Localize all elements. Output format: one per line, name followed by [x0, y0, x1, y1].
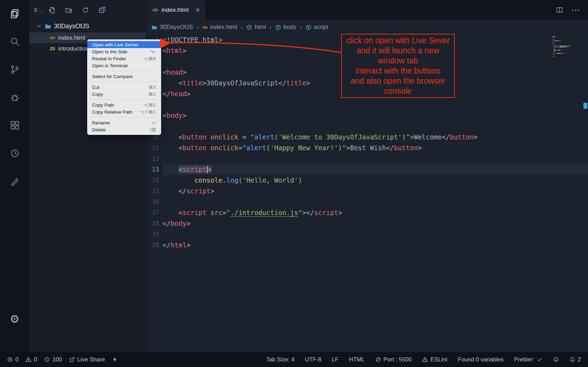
explorer-action-new-file[interactable] — [48, 6, 56, 14]
menu-item-open-to-the-side[interactable]: Open to the Side^↵ — [87, 48, 161, 55]
code-line-15[interactable]: 15 </script> — [146, 186, 588, 197]
folder-icon — [45, 23, 51, 30]
menu-item-cut[interactable]: Cut⌘X — [87, 84, 161, 91]
status-label: Prettier: — [514, 356, 534, 363]
code-line-9[interactable]: 9 — [146, 121, 588, 132]
pen-icon — [10, 176, 20, 186]
menu-item-select-for-compare[interactable]: Select for Compare — [87, 73, 161, 80]
menu-item-copy[interactable]: Copy⌘C — [87, 91, 161, 98]
status-live-server-port[interactable]: Port : 5500 — [375, 356, 412, 363]
status-tab-size[interactable]: Tab Size: 4 — [266, 356, 295, 363]
error-circle-icon — [7, 357, 13, 362]
code-line-17[interactable]: 17 <script src="./introduction.js"></scr… — [146, 207, 588, 218]
menu-item-copy-path[interactable]: Copy Path⌥⌘C — [87, 101, 161, 108]
explorer-title: E… — [34, 7, 43, 13]
status-eol[interactable]: LF — [332, 356, 338, 363]
status-warnings[interactable]: 0 — [25, 356, 37, 363]
activity-item-source-control[interactable] — [9, 63, 21, 75]
status-errors[interactable]: 0 — [7, 356, 18, 363]
activity-item-feedback[interactable] — [9, 175, 21, 187]
minimap-line — [552, 47, 582, 47]
breadcrumb-separator: › — [270, 23, 272, 31]
annotation-line: click on open with Live Sever — [346, 36, 450, 46]
code-line-8[interactable]: 8<body> — [146, 110, 588, 121]
search-icon — [10, 37, 20, 47]
status-left: 00100Live Share — [7, 356, 118, 363]
js-file-icon: JS — [50, 46, 55, 51]
smiley-icon — [553, 357, 559, 362]
code-line-7[interactable]: 7 — [146, 99, 588, 110]
code-line-10[interactable]: 10 <button onclick = "alert('Welcome to … — [146, 132, 588, 143]
menu-item-reveal-in-finder[interactable]: Reveal in Finder⌥⌘R — [87, 55, 161, 62]
menu-item-shortcut: ⌘X — [149, 85, 156, 90]
line-number: 15 — [146, 186, 159, 197]
activity-item-settings[interactable]: ⚙ — [9, 313, 21, 325]
breadcrumb-item-html[interactable]: html — [246, 24, 266, 31]
line-content: <button onclick="alert('Happy New Year!'… — [163, 143, 588, 153]
menu-item-open-in-terminal[interactable]: Open in Terminal — [87, 62, 161, 69]
code-line-18[interactable]: 18</body> — [146, 218, 588, 229]
code-line-20[interactable]: 20</html> — [146, 240, 588, 251]
status-encoding[interactable]: UTF-8 — [305, 356, 322, 363]
breadcrumb-item-body[interactable]: body — [275, 24, 296, 31]
status-eslint[interactable]: ESLint — [422, 356, 447, 363]
tab-label: index.html — [161, 7, 188, 14]
status-language-mode[interactable]: HTML — [349, 356, 365, 363]
html-file-icon: </> — [50, 36, 55, 40]
status-notifications[interactable]: 2 — [570, 356, 581, 363]
minimap-line — [552, 45, 582, 45]
status-label: Live Share — [77, 356, 105, 363]
activity-item-run-debug[interactable] — [9, 91, 21, 103]
status-quokka[interactable] — [112, 357, 118, 362]
code-line-19[interactable]: 19 — [146, 229, 588, 240]
activity-item-explorer[interactable] — [9, 8, 21, 20]
status-feedback-smiley[interactable] — [553, 357, 559, 362]
folder-section-30daysofjs[interactable]: 30DaysOfJS — [29, 20, 146, 32]
code-line-12[interactable]: 12 — [146, 153, 588, 164]
menu-item-label: Delete — [92, 127, 106, 132]
minimap-line — [552, 49, 582, 49]
breadcrumb-item-script[interactable]: script — [306, 24, 328, 31]
activity-item-extensions[interactable] — [9, 119, 21, 131]
activity-item-search[interactable] — [9, 36, 21, 47]
line-content: console.log('Hello, World') — [163, 175, 588, 186]
more-actions[interactable]: ⋯ — [571, 6, 580, 15]
code-line-14[interactable]: 14 console.log('Hello, World') — [146, 175, 588, 186]
explorer-action-new-folder[interactable] — [65, 6, 73, 14]
minimap[interactable] — [552, 36, 582, 57]
minimap-line — [552, 41, 582, 42]
minimap-line — [552, 43, 582, 43]
line-content: </script> — [163, 186, 588, 197]
activity-bottom: ⚙ — [9, 313, 21, 352]
vscode-window: ⚙ E… 30DaysOfJS </>index.htmlJSintroduct… — [0, 0, 588, 367]
activity-item-history[interactable] — [9, 147, 21, 159]
close-icon[interactable]: × — [196, 6, 200, 14]
annotation-line: console — [384, 86, 412, 96]
explorer-action-refresh[interactable] — [82, 6, 89, 14]
line-number: 20 — [146, 240, 159, 251]
code-line-16[interactable]: 16 — [146, 197, 588, 207]
lightning-icon — [112, 357, 118, 362]
status-info-count[interactable]: 100 — [44, 356, 62, 363]
split-editor[interactable] — [556, 7, 563, 13]
menu-item-copy-relative-path[interactable]: Copy Relative Path⌥⇧⌘C — [87, 108, 161, 115]
minimap-line — [552, 55, 582, 56]
menu-item-label: Open with Live Server — [92, 42, 138, 47]
menu-item-label: Copy — [92, 92, 103, 97]
breadcrumb-item-30DaysOfJS[interactable]: 30DaysOfJS — [151, 24, 193, 31]
check-icon — [537, 357, 543, 362]
code-line-11[interactable]: 11 <button onclick="alert('Happy New Yea… — [146, 143, 588, 153]
code-line-13[interactable]: 13 <script> — [146, 164, 588, 175]
minimap-line — [552, 56, 582, 57]
menu-item-shortcut: ⌫ — [150, 127, 156, 132]
tab-index-html[interactable]: </> index.html × — [146, 0, 206, 20]
line-content: </html> — [163, 240, 588, 251]
status-variables[interactable]: Found 0 variables — [458, 356, 504, 363]
breadcrumb-item-index.html[interactable]: </>index.html — [202, 24, 237, 31]
status-live-share[interactable]: Live Share — [69, 356, 105, 363]
explorer-action-collapse-all[interactable] — [98, 6, 106, 14]
status-prettier[interactable]: Prettier: — [514, 356, 543, 363]
menu-item-rename[interactable]: Rename↵ — [87, 119, 161, 126]
menu-item-delete[interactable]: Delete⌫ — [87, 126, 161, 133]
menu-item-open-with-live-server[interactable]: Open with Live Server — [87, 41, 161, 48]
